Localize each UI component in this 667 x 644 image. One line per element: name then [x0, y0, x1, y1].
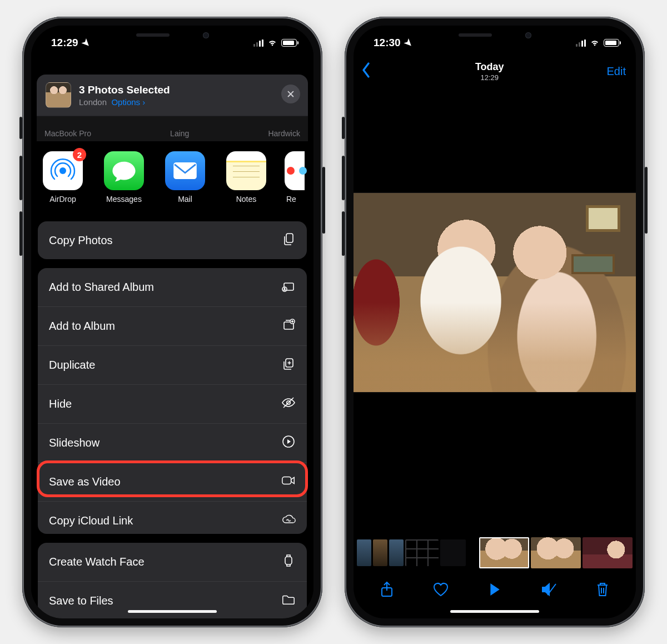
close-button[interactable]: ✕: [281, 85, 300, 103]
status-time: 12:30: [374, 37, 401, 49]
shared-album-icon: [281, 279, 296, 296]
notch: [108, 26, 236, 44]
svg-rect-1: [173, 162, 197, 179]
video-icon: [281, 473, 296, 491]
photo-toolbar: [354, 573, 636, 606]
scrubber-thumb[interactable]: [405, 539, 439, 566]
mute-button[interactable]: [535, 581, 562, 598]
thumbnail-scrubber[interactable]: [354, 537, 636, 568]
play-circle-icon: [281, 434, 296, 452]
album-add-icon: [281, 318, 296, 335]
wifi-icon: [267, 37, 277, 49]
phone-left: 12:29 ➤ 3 Photos Selected: [22, 17, 322, 627]
share-app-messages[interactable]: Messages: [100, 151, 148, 204]
notch: [431, 26, 559, 44]
scrubber-thumb-current[interactable]: [479, 537, 529, 568]
action-add-to-album[interactable]: Add to Album: [38, 307, 307, 346]
battery-icon: [281, 39, 297, 47]
duplicate-icon: [281, 356, 296, 374]
battery-icon: [604, 39, 619, 47]
share-app-airdrop[interactable]: 2 AirDrop: [39, 151, 87, 204]
share-apps-row[interactable]: 2 AirDrop Messages Mail: [31, 146, 313, 209]
svg-point-5: [283, 287, 285, 289]
chevron-left-icon: [360, 61, 372, 79]
scrubber-thumb[interactable]: [440, 539, 466, 566]
phone-right: 12:30 ➤ Today 12:29 Edit: [345, 17, 645, 627]
share-sheet-header: 3 Photos Selected London Options › ✕: [37, 75, 308, 116]
selection-location: London: [79, 97, 107, 107]
heart-icon: [432, 581, 449, 598]
copy-icon: [281, 232, 296, 249]
selection-thumbnail: [46, 82, 71, 108]
scrubber-thumb[interactable]: [583, 537, 633, 568]
scrubber-thumb[interactable]: [357, 539, 371, 566]
hide-icon: [281, 395, 296, 413]
play-icon: [488, 583, 501, 596]
play-button[interactable]: [481, 583, 508, 596]
actions-group-1: Copy Photos: [38, 221, 307, 259]
svg-rect-2: [286, 234, 293, 242]
photo-nav-bar: Today 12:29 Edit: [354, 55, 636, 88]
cellular-icon: [576, 39, 586, 47]
action-save-as-video[interactable]: Save as Video: [38, 463, 307, 502]
status-time: 12:29: [51, 37, 78, 49]
share-sheet: 3 Photos Selected London Options › ✕ Mac…: [31, 75, 313, 618]
home-indicator[interactable]: [450, 610, 539, 613]
action-slideshow[interactable]: Slideshow: [38, 424, 307, 463]
reminders-icon: [285, 151, 305, 190]
mail-icon: [165, 151, 205, 190]
location-arrow-icon: ➤: [401, 35, 416, 51]
photo-wall-frame: [571, 254, 615, 274]
wifi-icon: [590, 37, 600, 49]
folder-icon: [281, 592, 296, 610]
action-create-watch-face[interactable]: Create Watch Face: [38, 543, 307, 582]
action-hide[interactable]: Hide: [38, 385, 307, 424]
actions-group-3: Create Watch Face Save to Files: [38, 543, 307, 618]
airdrop-badge: 2: [73, 148, 86, 161]
share-app-mail[interactable]: Mail: [161, 151, 209, 204]
svg-point-0: [59, 167, 66, 174]
selection-title: 3 Photos Selected: [79, 84, 170, 96]
actions-group-2: Add to Shared Album Add to Album Duplica…: [38, 268, 307, 534]
nav-title: Today: [475, 61, 504, 73]
options-button[interactable]: Options ›: [111, 97, 145, 107]
airdrop-targets-row[interactable]: MacBook Pro Laing Hardwick: [37, 116, 308, 141]
svg-rect-12: [285, 557, 292, 564]
delete-button[interactable]: [589, 581, 616, 598]
photo-wall-frame: [586, 205, 620, 232]
notes-icon: [226, 151, 266, 190]
airdrop-icon: 2: [43, 151, 83, 190]
back-button[interactable]: [360, 61, 372, 81]
action-add-to-shared-album[interactable]: Add to Shared Album: [38, 268, 307, 307]
messages-icon: [104, 151, 144, 190]
location-arrow-icon: ➤: [78, 35, 94, 51]
favorite-button[interactable]: [427, 581, 454, 598]
action-save-to-files[interactable]: Save to Files: [38, 582, 307, 618]
scrubber-thumb[interactable]: [531, 537, 581, 568]
edit-button[interactable]: Edit: [607, 65, 626, 78]
watch-icon: [281, 553, 296, 571]
speaker-muted-icon: [540, 581, 557, 598]
svg-rect-11: [282, 477, 291, 484]
action-duplicate[interactable]: Duplicate: [38, 346, 307, 385]
photo-viewport[interactable]: [354, 192, 636, 393]
nav-subtitle: 12:29: [475, 73, 504, 82]
trash-icon: [594, 581, 611, 598]
cloud-link-icon: [281, 512, 296, 529]
share-button[interactable]: [374, 581, 400, 598]
home-indicator[interactable]: [128, 610, 217, 613]
close-icon: ✕: [286, 88, 295, 101]
action-copy-photos[interactable]: Copy Photos: [38, 221, 307, 259]
scrubber-thumb[interactable]: [373, 539, 387, 566]
share-icon: [379, 581, 395, 598]
cellular-icon: [253, 39, 263, 47]
scrubber-thumb[interactable]: [389, 539, 404, 566]
action-copy-icloud-link[interactable]: Copy iCloud Link: [38, 502, 307, 534]
share-app-notes[interactable]: Notes: [222, 151, 270, 204]
share-app-reminders[interactable]: Re: [283, 151, 306, 204]
